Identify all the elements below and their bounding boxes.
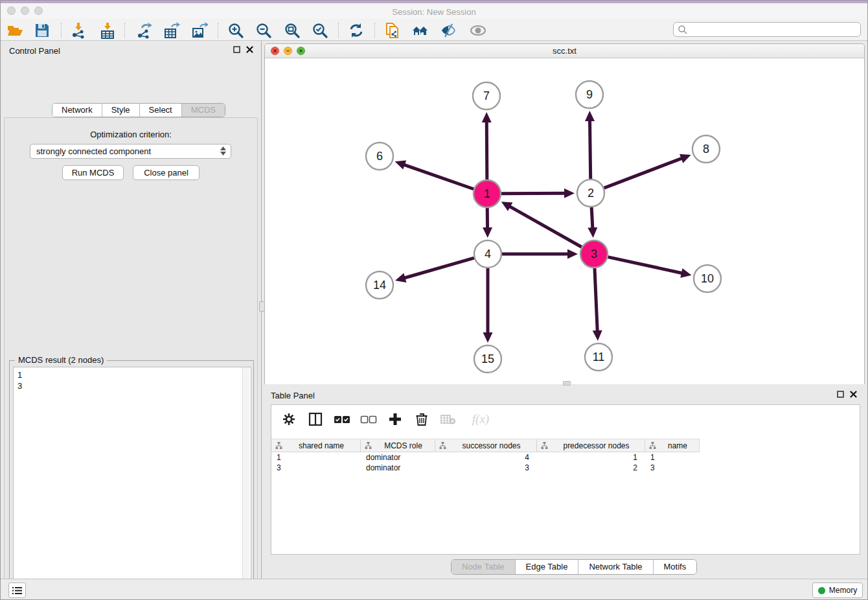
table-settings-icon[interactable]: [280, 411, 297, 428]
toolbar-separator: [124, 23, 125, 38]
show-columns-icon[interactable]: [307, 411, 324, 428]
table-row[interactable]: 1dominator411: [271, 452, 700, 463]
run-mcds-button[interactable]: Run MCDS: [62, 165, 124, 180]
edge-2-8[interactable]: [604, 158, 683, 189]
result-line: 1: [17, 369, 251, 380]
column-header-successor-nodes[interactable]: successor nodes: [435, 439, 537, 452]
tab-node-table[interactable]: Node Table: [451, 560, 516, 574]
float-panel-icon[interactable]: [233, 46, 240, 53]
column-header-label: predecessor nodes: [548, 441, 645, 450]
delete-row-icon[interactable]: [413, 411, 430, 428]
column-header-mcds-role[interactable]: MCDS role: [361, 439, 435, 452]
node-table-container: f(x) shared nameMCDS rolesuccessor nodes…: [271, 404, 860, 555]
memory-button[interactable]: Memory: [812, 583, 863, 598]
zoom-fit-icon[interactable]: [283, 21, 301, 40]
control-panel-tabstrip: NetworkStyleSelectMCDS: [52, 103, 225, 117]
edge-2-3[interactable]: [591, 207, 593, 229]
tab-style[interactable]: Style: [102, 104, 140, 117]
table-panel-title: Table Panel: [271, 391, 315, 400]
task-history-button[interactable]: [8, 583, 26, 598]
refresh-layout-icon[interactable]: [347, 21, 365, 40]
toolbar-separator: [61, 23, 62, 38]
edge-arrowhead: [395, 273, 406, 282]
add-row-icon[interactable]: [387, 411, 404, 428]
node-label: 2: [588, 187, 594, 200]
table-cell[interactable]: 2: [537, 463, 645, 473]
import-table-icon[interactable]: [98, 21, 117, 40]
edge-2-9[interactable]: [590, 119, 591, 179]
edge-1-7[interactable]: [486, 121, 487, 179]
delete-column-icon: [440, 411, 457, 428]
mcds-result-title: MCDS result (2 nodes): [15, 355, 107, 365]
close-panel-icon[interactable]: [246, 46, 253, 53]
tab-network-table[interactable]: Network Table: [578, 560, 653, 574]
close-panel-button[interactable]: Close panel: [133, 165, 200, 180]
mcds-tab-content: Optimization criterion: strongly connect…: [4, 117, 258, 600]
toolbar-separator: [338, 23, 339, 38]
network-canvas[interactable]: 7968124314101511: [265, 58, 864, 384]
float-panel-icon[interactable]: [837, 391, 844, 398]
table-cell[interactable]: 4: [435, 452, 537, 463]
edge-1-6[interactable]: [403, 165, 474, 189]
save-session-icon[interactable]: [33, 21, 51, 40]
hide-panels-icon[interactable]: [439, 21, 457, 40]
edge-arrowhead: [567, 249, 578, 259]
table-row[interactable]: 3dominator323: [271, 463, 700, 473]
import-network-icon[interactable]: [69, 21, 87, 40]
tab-mcds[interactable]: MCDS: [182, 104, 225, 117]
horizontal-splitter-handle[interactable]: [563, 381, 571, 386]
zoom-out-icon[interactable]: [255, 21, 273, 40]
edge-1-2[interactable]: [501, 193, 566, 194]
clone-network-icon[interactable]: [383, 21, 402, 40]
deselect-all-icon[interactable]: [360, 411, 377, 428]
table-cell[interactable]: 3: [271, 463, 361, 473]
node-label: 7: [483, 89, 490, 102]
table-cell[interactable]: 1: [271, 452, 361, 463]
network-graph[interactable]: 7968124314101511: [265, 58, 864, 384]
table-cell[interactable]: 3: [435, 463, 537, 473]
edge-3-1[interactable]: [508, 206, 582, 248]
select-all-icon[interactable]: [334, 411, 350, 428]
tab-select[interactable]: Select: [140, 104, 182, 117]
table-cell[interactable]: dominator: [361, 463, 435, 473]
zoom-selected-icon[interactable]: [311, 21, 329, 40]
show-panel-icon[interactable]: [469, 21, 487, 40]
node-label: 4: [485, 248, 491, 260]
edge-arrowhead: [483, 332, 493, 343]
edge-arrowhead: [395, 160, 407, 169]
search-input[interactable]: [688, 25, 860, 34]
column-type-icon: [275, 442, 282, 449]
result-line: 3: [17, 380, 251, 391]
tab-motifs[interactable]: Motifs: [654, 560, 697, 574]
edge-4-14[interactable]: [404, 258, 474, 278]
table-cell[interactable]: 3: [645, 463, 700, 473]
table-cell[interactable]: 1: [537, 452, 645, 463]
column-header-shared-name[interactable]: shared name: [271, 439, 361, 452]
node-label: 6: [376, 150, 383, 163]
edge-arrowhead: [593, 330, 602, 341]
node-label: 9: [586, 88, 593, 101]
optimization-criterion-dropdown[interactable]: strongly connected component: [30, 144, 231, 159]
column-header-name[interactable]: name: [645, 439, 700, 452]
toolbar-separator: [374, 23, 375, 38]
edge-3-10[interactable]: [608, 257, 683, 273]
zoom-in-icon[interactable]: [227, 21, 245, 40]
tab-edge-table[interactable]: Edge Table: [516, 560, 579, 574]
export-image-icon[interactable]: [190, 21, 209, 40]
table-cell[interactable]: dominator: [361, 452, 435, 463]
column-header-predecessor-nodes[interactable]: predecessor nodes: [537, 439, 645, 452]
network-overview-icon[interactable]: [411, 21, 429, 40]
export-network-icon[interactable]: [135, 21, 154, 40]
network-window-titlebar[interactable]: scc.txt: [265, 44, 864, 58]
tab-network[interactable]: Network: [52, 104, 102, 117]
optimization-criterion-label: Optimization criterion:: [5, 130, 257, 139]
dropdown-value: strongly connected component: [36, 146, 151, 156]
export-table-icon[interactable]: [163, 21, 181, 40]
result-scrollbar[interactable]: [242, 367, 249, 600]
mcds-result-text[interactable]: 13: [13, 367, 251, 600]
close-panel-icon[interactable]: [850, 391, 857, 398]
column-header-label: MCDS role: [372, 441, 435, 450]
open-session-icon[interactable]: [6, 21, 24, 40]
table-cell[interactable]: 1: [645, 452, 700, 463]
edge-3-11[interactable]: [595, 268, 597, 332]
